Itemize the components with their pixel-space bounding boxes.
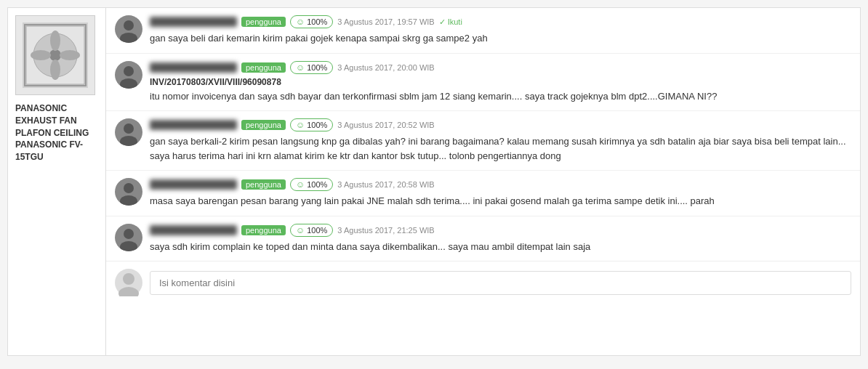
badge-rating: ☺ 100% [290, 178, 333, 191]
username-blur [150, 62, 237, 73]
comment-thread: pengguna☺ 100%3 Agustus 2017, 19:57 WIB … [106, 8, 860, 261]
comment-item: pengguna☺ 100%3 Agustus 2017, 19:57 WIB … [106, 8, 860, 54]
follow-link[interactable]: Ikuti [439, 17, 462, 27]
comment-date: 3 Agustus 2017, 21:25 WIB [337, 226, 434, 235]
svg-point-19 [124, 183, 134, 193]
username-blur [150, 179, 237, 190]
input-avatar [115, 269, 142, 296]
comment-meta: pengguna☺ 100%3 Agustus 2017, 21:25 WIB [150, 224, 851, 237]
svg-point-25 [118, 287, 139, 296]
comment-input[interactable] [150, 271, 851, 295]
smile-icon: ☺ [296, 17, 305, 27]
badge-pengguna: pengguna [241, 225, 286, 235]
comment-item: pengguna☺ 100%3 Agustus 2017, 20:58 WIBm… [106, 171, 860, 216]
comment-item: pengguna☺ 100%3 Agustus 2017, 20:00 WIBI… [106, 54, 860, 112]
svg-point-13 [124, 66, 134, 76]
svg-point-4 [50, 31, 60, 51]
comment-input-area [106, 261, 860, 304]
badge-pengguna: pengguna [241, 17, 286, 27]
comment-body: pengguna☺ 100%3 Agustus 2017, 19:57 WIB … [150, 15, 851, 46]
badge-rating: ☺ 100% [290, 118, 333, 131]
svg-point-6 [50, 60, 60, 80]
comment-date: 3 Agustus 2017, 20:58 WIB [337, 180, 434, 189]
sidebar: PANASONIC EXHAUST FAN PLAFON CEILING PAN… [8, 8, 106, 355]
svg-point-22 [124, 229, 134, 239]
comment-meta: pengguna☺ 100%3 Agustus 2017, 19:57 WIB … [150, 15, 851, 28]
comment-item: pengguna☺ 100%3 Agustus 2017, 21:25 WIBs… [106, 216, 860, 261]
comment-body: pengguna☺ 100%3 Agustus 2017, 20:52 WIBg… [150, 118, 851, 163]
comment-body: pengguna☺ 100%3 Agustus 2017, 21:25 WIBs… [150, 224, 851, 254]
main-content: pengguna☺ 100%3 Agustus 2017, 19:57 WIB … [106, 8, 860, 355]
username-blur [150, 17, 237, 27]
badge-rating: ☺ 100% [290, 61, 333, 74]
avatar [115, 224, 142, 251]
comment-meta: pengguna☺ 100%3 Agustus 2017, 20:58 WIB [150, 178, 851, 191]
comment-body: pengguna☺ 100%3 Agustus 2017, 20:58 WIBm… [150, 178, 851, 208]
username-blur [150, 120, 237, 130]
svg-point-24 [123, 273, 134, 285]
avatar [115, 15, 142, 43]
comment-text: saya sdh kirim complain ke toped dan min… [150, 240, 851, 254]
svg-point-16 [124, 123, 134, 134]
comment-date: 3 Agustus 2017, 20:00 WIB [337, 63, 434, 72]
comment-meta: pengguna☺ 100%3 Agustus 2017, 20:52 WIB [150, 118, 851, 131]
product-title: PANASONIC EXHAUST FAN PLAFON CEILING PAN… [15, 102, 98, 163]
comment-text: masa saya barengan pesan barang yang lai… [150, 194, 851, 208]
smile-icon: ☺ [296, 179, 305, 190]
comment-text: gan saya berkali-2 kirim pesan langsung … [150, 134, 851, 163]
avatar [115, 178, 142, 206]
invoice-number: INV/20170803/XVII/VIII/96090878 [150, 77, 851, 87]
svg-point-3 [49, 49, 61, 61]
comment-date: 3 Agustus 2017, 19:57 WIB [337, 17, 434, 26]
username-blur [150, 225, 237, 235]
smile-icon: ☺ [296, 62, 305, 73]
comment-date: 3 Agustus 2017, 20:52 WIB [337, 121, 434, 129]
smile-icon: ☺ [296, 120, 305, 130]
smile-icon: ☺ [296, 225, 305, 235]
comment-meta: pengguna☺ 100%3 Agustus 2017, 20:00 WIB [150, 61, 851, 74]
avatar [115, 118, 142, 146]
badge-pengguna: pengguna [241, 120, 286, 130]
product-image [15, 15, 95, 95]
badge-rating: ☺ 100% [290, 224, 333, 237]
comment-body: pengguna☺ 100%3 Agustus 2017, 20:00 WIBI… [150, 61, 851, 104]
avatar [115, 61, 142, 89]
comment-text: gan saya beli dari kemarin kirim pakai g… [150, 31, 851, 46]
svg-point-10 [124, 20, 134, 31]
badge-rating: ☺ 100% [290, 15, 333, 28]
badge-pengguna: pengguna [241, 179, 286, 190]
comment-text: itu nomor invoicenya dan saya sdh bayar … [150, 89, 851, 104]
svg-point-7 [31, 50, 51, 60]
badge-pengguna: pengguna [241, 62, 286, 73]
svg-point-5 [60, 50, 80, 60]
comment-item: pengguna☺ 100%3 Agustus 2017, 20:52 WIBg… [106, 111, 860, 171]
